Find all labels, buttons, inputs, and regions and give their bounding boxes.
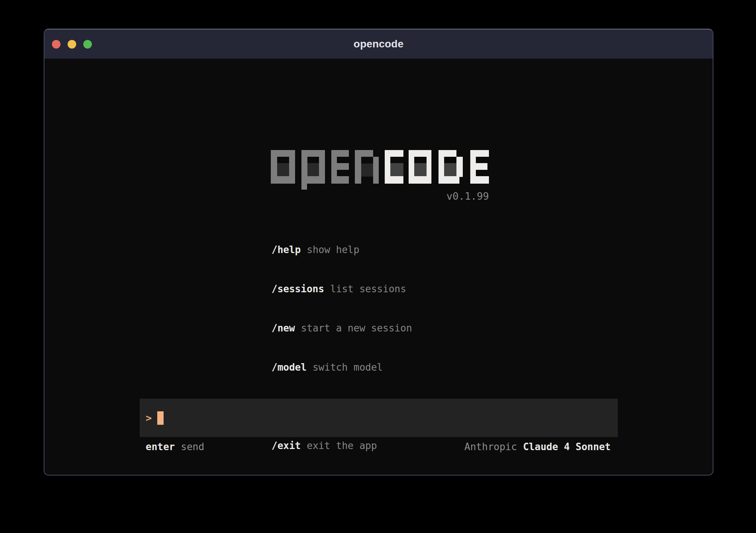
titlebar[interactable]: opencode <box>44 29 713 59</box>
version-label: v0.1.99 <box>271 190 489 202</box>
command-name: /sessions <box>272 283 324 294</box>
window-title: opencode <box>354 38 404 50</box>
opencode-logo <box>271 150 489 190</box>
app-window: opencode <box>44 29 713 476</box>
command-name: /model <box>272 362 307 373</box>
keybind-action: send <box>181 441 204 452</box>
message-input[interactable]: > <box>140 399 618 437</box>
model-indicator: AnthropicClaude 4 Sonnet <box>464 441 611 453</box>
command-description: show help <box>307 244 359 255</box>
command-name: /new <box>272 322 295 334</box>
command-row-new: /newstart a new session <box>272 322 412 335</box>
keybind-hint: entersend <box>146 441 204 453</box>
command-description: start a new session <box>301 322 412 334</box>
desktop: { "window": { "title": "opencode", "cont… <box>0 0 756 533</box>
command-row-help: /helpshow help <box>272 243 412 256</box>
keybind-key: enter <box>146 441 175 452</box>
provider-name: Anthropic <box>464 441 517 452</box>
prompt-symbol: > <box>146 412 152 424</box>
zoom-button[interactable] <box>83 40 92 49</box>
command-row-model: /modelswitch model <box>272 361 412 374</box>
traffic-lights <box>52 29 92 59</box>
command-description: list sessions <box>330 283 406 294</box>
model-name: Claude 4 Sonnet <box>523 441 611 452</box>
text-cursor <box>157 411 164 425</box>
opencode-logo-pixelart <box>271 150 489 190</box>
minimize-button[interactable] <box>68 40 76 49</box>
close-button[interactable] <box>52 40 61 49</box>
command-row-sessions: /sessionslist sessions <box>272 283 412 296</box>
command-name: /help <box>272 244 301 255</box>
command-description: switch model <box>313 362 383 373</box>
status-bar: entersend AnthropicClaude 4 Sonnet <box>146 441 611 453</box>
